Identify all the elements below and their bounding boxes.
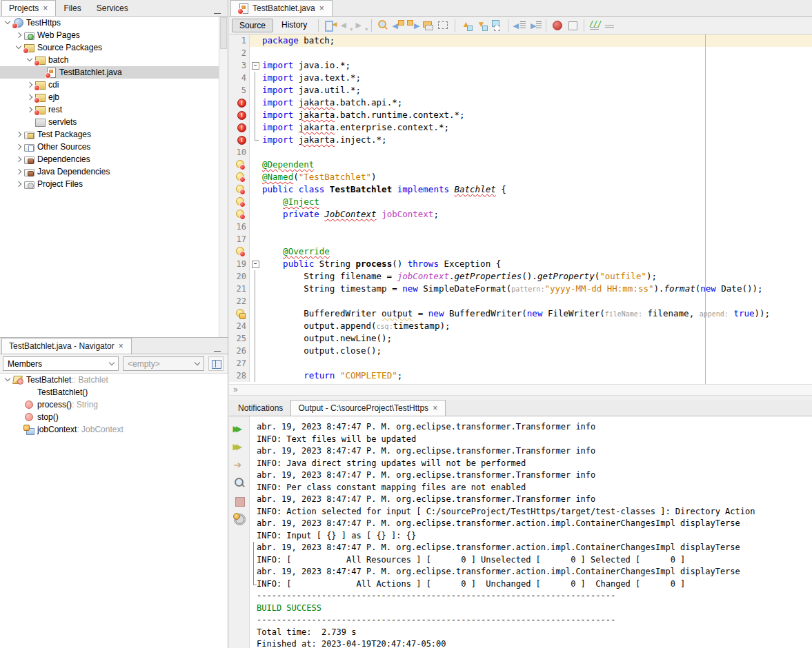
- gutter-cell[interactable]: [229, 208, 250, 221]
- comment-icon[interactable]: [588, 19, 602, 32]
- tree-item-testbatchlet-java[interactable]: TestBatchlet.java: [0, 66, 219, 79]
- source-view-button[interactable]: Source: [232, 19, 273, 32]
- output-console[interactable]: abr. 19, 2023 8:47:47 P. M. org.eclipse.…: [250, 416, 812, 648]
- fold-collapse-icon[interactable]: [250, 59, 259, 72]
- prev-occ-icon[interactable]: [391, 19, 405, 32]
- chevron-collapsed-icon[interactable]: [14, 154, 23, 165]
- gutter-cell[interactable]: 4: [229, 72, 250, 84]
- gutter-cell[interactable]: 17: [229, 233, 250, 245]
- gutter-cell[interactable]: 26: [229, 345, 250, 357]
- resume-icon[interactable]: [232, 458, 247, 473]
- chevron-collapsed-icon[interactable]: [14, 129, 23, 140]
- chevron-collapsed-icon[interactable]: [25, 92, 34, 103]
- minimize-icon[interactable]: [214, 8, 221, 16]
- tab-services[interactable]: Services: [89, 0, 136, 16]
- tree-item-test-packages[interactable]: Test Packages: [0, 128, 219, 141]
- gutter-cell[interactable]: [229, 196, 250, 208]
- gutter-cell[interactable]: [229, 134, 250, 146]
- tab-files[interactable]: Files: [56, 0, 88, 16]
- back-icon[interactable]: [338, 19, 352, 32]
- fold-collapse-icon[interactable]: [250, 258, 259, 270]
- rerun-build-icon[interactable]: [232, 422, 247, 437]
- tree-item-java-dependencies[interactable]: Java Dependencies: [0, 165, 219, 178]
- chevron-expanded-icon[interactable]: [25, 54, 34, 65]
- tree-item-cdi[interactable]: cdi: [0, 79, 219, 91]
- forward-icon[interactable]: [353, 19, 367, 32]
- gutter-cell[interactable]: [229, 159, 250, 171]
- gutter-cell[interactable]: 1: [229, 34, 250, 47]
- breakpoint-icon[interactable]: [551, 19, 564, 32]
- projects-scrollbar[interactable]: [219, 17, 228, 337]
- options-icon[interactable]: [232, 512, 247, 527]
- tree-item-other-sources[interactable]: Other Sources: [0, 141, 219, 153]
- chevron-collapsed-icon[interactable]: [14, 141, 23, 152]
- shift-right-icon[interactable]: [528, 19, 542, 32]
- prev-bm-icon[interactable]: [459, 19, 473, 32]
- rect-sel-icon[interactable]: [437, 19, 450, 32]
- gutter-cell[interactable]: 28: [229, 369, 250, 382]
- tree-item-servlets[interactable]: servlets: [0, 116, 219, 128]
- gutter-cell[interactable]: 20: [229, 270, 250, 283]
- close-icon[interactable]: ×: [118, 342, 124, 350]
- stop-shape-icon[interactable]: [566, 19, 580, 32]
- chevron-expanded-icon[interactable]: [3, 17, 12, 28]
- tree-item-web-pages[interactable]: Web Pages: [0, 29, 219, 41]
- chevron-collapsed-icon[interactable]: [25, 104, 34, 115]
- highlight-icon[interactable]: [422, 19, 435, 32]
- gutter-cell[interactable]: 10: [229, 146, 250, 159]
- gutter-cell[interactable]: 27: [229, 357, 250, 369]
- gutter-cell[interactable]: 24: [229, 320, 250, 332]
- chevron-collapsed-icon[interactable]: [14, 166, 23, 177]
- tree-item-dependencies[interactable]: Dependencies: [0, 153, 219, 165]
- minimize-icon[interactable]: [214, 345, 221, 354]
- tree-item-project-files[interactable]: Project Files: [0, 178, 219, 190]
- tab-testbatchlet-java[interactable]: TestBatchlet.java ×: [230, 0, 333, 16]
- tree-item-stop[interactable]: stop(): [0, 411, 228, 423]
- history-view-button[interactable]: History: [275, 19, 314, 32]
- tree-item-process[interactable]: process() : String: [0, 398, 228, 411]
- chevron-expanded-icon[interactable]: [14, 42, 23, 53]
- chevron-collapsed-icon[interactable]: [14, 30, 23, 41]
- rerun-goals-icon[interactable]: [232, 440, 247, 455]
- show-inherited-members-button[interactable]: [208, 356, 224, 371]
- gutter-cell[interactable]: [229, 245, 250, 258]
- close-icon[interactable]: ×: [432, 404, 438, 412]
- gutter-cell[interactable]: [229, 183, 250, 196]
- last-edit-icon[interactable]: [323, 19, 337, 32]
- shift-left-icon[interactable]: [513, 19, 526, 32]
- tab-navigator[interactable]: TestBatchlet.java - Navigator ×: [1, 338, 132, 354]
- gutter-cell[interactable]: 22: [229, 295, 250, 307]
- gutter-cell[interactable]: 25: [229, 332, 250, 345]
- tree-item-batch[interactable]: batch: [0, 54, 219, 66]
- tree-item-source-packages[interactable]: Source Packages: [0, 41, 219, 54]
- toggle-bm-icon[interactable]: [490, 19, 504, 32]
- chevron-collapsed-icon[interactable]: [25, 79, 34, 90]
- tree-item-jobcontext[interactable]: jobContext : JobContext: [0, 423, 228, 436]
- close-icon[interactable]: ×: [42, 4, 48, 12]
- find-icon[interactable]: [376, 19, 390, 32]
- gutter-cell[interactable]: [229, 109, 250, 121]
- stop-icon[interactable]: [232, 494, 247, 509]
- tree-item-rest[interactable]: rest: [0, 103, 219, 116]
- gutter-cell[interactable]: 2: [229, 47, 250, 59]
- chevron-collapsed-icon[interactable]: [14, 179, 23, 190]
- next-occ-icon[interactable]: [406, 19, 420, 32]
- tree-item-testbatchlet[interactable]: TestBatchlet(): [0, 386, 228, 398]
- tab-notifications[interactable]: Notifications: [230, 400, 290, 416]
- gutter-cell[interactable]: [229, 307, 250, 320]
- search-icon[interactable]: [232, 476, 247, 491]
- gutter-cell[interactable]: 3: [229, 59, 250, 72]
- gutter-cell[interactable]: [229, 97, 250, 109]
- close-icon[interactable]: ×: [319, 4, 325, 12]
- gutter-cell[interactable]: 16: [229, 221, 250, 233]
- inheritance-filter-select[interactable]: <empty>: [123, 356, 204, 371]
- gutter-cell[interactable]: 21: [229, 283, 250, 295]
- next-bm-icon[interactable]: [475, 19, 488, 32]
- members-filter-select[interactable]: Members: [3, 356, 119, 371]
- gutter-cell[interactable]: [229, 121, 250, 134]
- tab-output[interactable]: Output - C:\sourceProject\TestHttps ×: [290, 400, 446, 416]
- gutter-cell[interactable]: 5: [229, 84, 250, 97]
- gutter-cell[interactable]: 19: [229, 258, 250, 270]
- tree-item-testhttps[interactable]: TestHttps: [0, 17, 219, 29]
- breadcrumb[interactable]: »: [229, 384, 812, 396]
